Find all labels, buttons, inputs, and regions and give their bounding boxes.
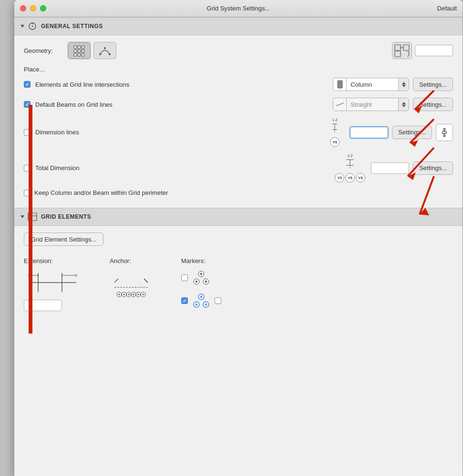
straight-dropdown[interactable]: Straight bbox=[333, 98, 409, 111]
svg-point-69 bbox=[200, 296, 202, 298]
red-sidebar-indicator bbox=[29, 105, 32, 334]
arrow-down-icon bbox=[402, 105, 406, 107]
geometry-arc-button[interactable] bbox=[93, 42, 116, 59]
y5-badge: Y5 bbox=[330, 137, 340, 147]
svg-point-51 bbox=[123, 294, 125, 295]
svg-point-13 bbox=[104, 47, 106, 49]
column-dropdown[interactable]: Column bbox=[333, 78, 409, 91]
elements-settings-button[interactable]: Settings... bbox=[413, 78, 453, 91]
dimension-value-input[interactable]: 2,00 bbox=[350, 127, 388, 138]
svg-rect-9 bbox=[74, 53, 77, 56]
column-dropdown-value: Column bbox=[347, 81, 398, 88]
column-dropdown-arrows bbox=[398, 78, 409, 91]
svg-rect-8 bbox=[82, 50, 84, 52]
grid-elements-header: GRID ELEMENTS bbox=[14, 208, 463, 226]
place-label: Place... bbox=[24, 66, 453, 73]
extension-column: Extension: 4,00 bbox=[24, 257, 81, 311]
column-icon bbox=[333, 78, 347, 91]
geometry-label: Geometry: bbox=[24, 47, 62, 54]
geometry-value-input[interactable]: 36,00 bbox=[415, 45, 453, 56]
ext-anchor-markers-row: Extension: 4,00 bbox=[24, 257, 453, 311]
svg-line-21 bbox=[336, 103, 344, 106]
geometry-icons bbox=[68, 42, 116, 59]
dimension-lines-row: Dimension lines 1.2 Y5 2,00 bbox=[24, 118, 453, 147]
svg-rect-7 bbox=[78, 50, 81, 52]
titlebar: Grid System Settings... Default bbox=[14, 0, 463, 17]
svg-point-55 bbox=[133, 294, 134, 295]
svg-rect-11 bbox=[82, 53, 84, 56]
svg-rect-20 bbox=[338, 81, 342, 88]
svg-point-63 bbox=[200, 273, 202, 275]
beams-settings-button[interactable]: Settings... bbox=[413, 98, 453, 111]
general-settings-header: GENERAL SETTINGS bbox=[14, 17, 463, 35]
link-button[interactable] bbox=[436, 124, 453, 141]
arrow-up-icon bbox=[402, 102, 406, 104]
svg-point-2 bbox=[32, 26, 33, 27]
anchor-column: Anchor: bbox=[110, 257, 153, 311]
svg-point-53 bbox=[128, 294, 130, 295]
straight-dropdown-value: Straight bbox=[347, 101, 398, 108]
grid-elements-content: Grid Element Settings... Extension: bbox=[14, 226, 463, 318]
svg-line-47 bbox=[144, 279, 148, 283]
marker-checkbox-2[interactable] bbox=[181, 297, 188, 304]
svg-point-57 bbox=[138, 294, 139, 295]
close-button[interactable] bbox=[20, 5, 26, 11]
svg-rect-16 bbox=[403, 45, 409, 51]
total-dimension-label: Total Dimension bbox=[35, 164, 121, 172]
minimize-button[interactable] bbox=[30, 5, 36, 11]
extension-diagram bbox=[24, 268, 81, 297]
default-button[interactable]: Default bbox=[437, 5, 457, 12]
anchor-label: Anchor: bbox=[110, 257, 153, 264]
dimension-lines-label: Dimension lines bbox=[35, 129, 121, 136]
arrow-down-icon bbox=[402, 85, 406, 87]
total-dimension-input[interactable]: 1,00 bbox=[371, 162, 409, 174]
grid-elements-triangle-icon[interactable] bbox=[21, 215, 24, 218]
marker-diagram-2 bbox=[192, 291, 211, 310]
keep-column-row: Keep Column and/or Beam within Grid peri… bbox=[24, 189, 453, 196]
y5-badge-2: Y5 bbox=[345, 173, 355, 182]
arrow-up-icon bbox=[402, 82, 406, 84]
markers-column: Markers: bbox=[181, 257, 221, 311]
svg-point-70 bbox=[195, 304, 197, 305]
y5-badge-3: Y5 bbox=[356, 173, 365, 182]
grid-elements-title: GRID ELEMENTS bbox=[41, 213, 91, 220]
general-settings-content: Geometry: bbox=[14, 35, 463, 208]
elements-at-grid-label: Elements at Grid line intersections bbox=[35, 81, 140, 88]
general-settings-icon bbox=[28, 21, 37, 31]
collapse-triangle-icon[interactable] bbox=[21, 25, 24, 28]
svg-rect-5 bbox=[82, 46, 84, 49]
svg-rect-4 bbox=[78, 46, 81, 49]
dimension-diagram: 1.2 Y5 bbox=[325, 118, 344, 147]
marker-checkbox-3[interactable] bbox=[215, 297, 221, 304]
dimension-settings-button[interactable]: Settings... bbox=[392, 126, 432, 139]
total-dim-diagram: 1.2 Y5 Y5 Y5 bbox=[335, 153, 365, 182]
total-dimension-controls: 1.2 Y5 Y5 Y5 1,00 bbox=[335, 153, 409, 182]
svg-point-64 bbox=[195, 281, 197, 283]
maximize-button[interactable] bbox=[40, 5, 46, 11]
marker-checkbox-1[interactable] bbox=[181, 274, 188, 281]
window-title: Grid System Settings... bbox=[207, 5, 270, 12]
traffic-lights bbox=[20, 5, 46, 11]
anchor-diagram bbox=[110, 268, 153, 306]
default-beams-row: Default Beams on Grid lines Straight Set… bbox=[24, 98, 453, 111]
y5-badge-1: Y5 bbox=[335, 173, 344, 182]
svg-point-59 bbox=[143, 294, 144, 295]
svg-rect-17 bbox=[395, 51, 401, 57]
svg-rect-6 bbox=[74, 50, 77, 52]
svg-point-71 bbox=[205, 304, 207, 305]
total-dimension-row: Total Dimension 1.2 Y5 Y5 bbox=[24, 153, 453, 182]
svg-point-49 bbox=[119, 294, 120, 295]
extension-label: Extension: bbox=[24, 257, 81, 264]
svg-rect-15 bbox=[395, 45, 401, 51]
geometry-grid-button[interactable] bbox=[68, 42, 91, 59]
main-window: Grid System Settings... Default GENERAL … bbox=[14, 0, 463, 476]
grid-element-settings-button[interactable]: Grid Element Settings... bbox=[24, 233, 103, 246]
geometry-row: Geometry: bbox=[24, 42, 453, 59]
geometry-arc-icon-button[interactable] bbox=[392, 42, 412, 59]
total-settings-button[interactable]: Settings... bbox=[413, 162, 453, 175]
geometry-right-controls: 36,00 bbox=[392, 42, 453, 59]
elements-at-grid-checkbox[interactable] bbox=[24, 81, 31, 88]
svg-rect-10 bbox=[78, 53, 81, 56]
svg-point-65 bbox=[205, 281, 207, 283]
elements-at-grid-row: Elements at Grid line intersections Colu… bbox=[24, 78, 453, 91]
